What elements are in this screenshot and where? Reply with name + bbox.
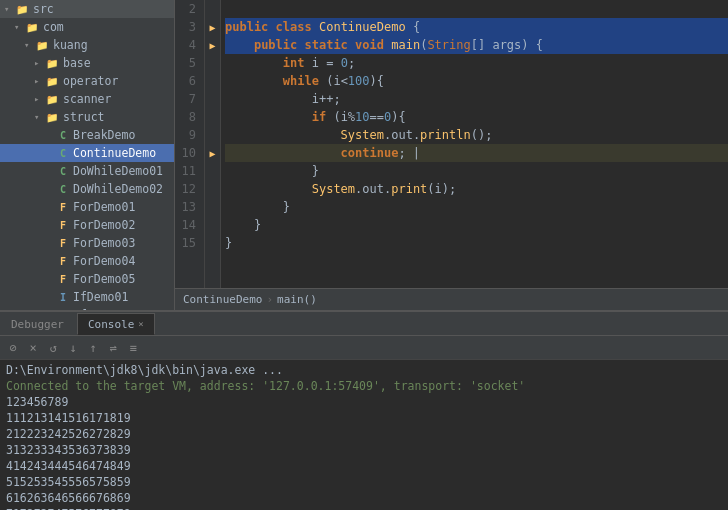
line-num-11: 11 [179, 162, 196, 180]
folder-icon-scanner: 📁 [46, 94, 60, 105]
bottom-tab-bar: Debugger Console × [0, 312, 728, 336]
line-num-14: 14 [179, 216, 196, 234]
sidebar-item-struct[interactable]: 📁struct [0, 108, 174, 126]
sidebar-label-ForDemo02: ForDemo02 [73, 218, 135, 232]
sidebar-label-kuang: kuang [53, 38, 88, 52]
sidebar-label-src: src [33, 2, 54, 16]
code-line-4: public static void main(String[] args) { [225, 36, 728, 54]
sidebar-label-ForDemo05: ForDemo05 [73, 272, 135, 286]
sidebar-item-src[interactable]: 📁src [0, 0, 174, 18]
class-icon-ContinueDemo: C [56, 148, 70, 159]
toolbar-clear-btn[interactable]: ⊘ [4, 339, 22, 357]
folder-arrow-kuang [24, 40, 36, 50]
folder-arrow-scanner [34, 94, 46, 104]
debug-arrow-10: ▶ [205, 144, 220, 162]
toolbar-rerun-btn[interactable]: ↺ [44, 339, 62, 357]
main-layout: 📁src📁com📁kuang📁base📁operator📁scanner📁str… [0, 0, 728, 310]
sidebar-label-DoWhileDemo02: DoWhileDemo02 [73, 182, 163, 196]
line-num-8: 8 [179, 108, 196, 126]
folder-arrow-operator [34, 76, 46, 86]
editor-area: 23456789101112131415 ▶▶▶ public class Co… [175, 0, 728, 310]
toolbar-settings-btn[interactable]: ≡ [124, 339, 142, 357]
breadcrumb-file: ContinueDemo [183, 293, 262, 306]
debugger-tab-label: Debugger [11, 318, 64, 331]
class-icon-ForDemo05: F [56, 274, 70, 285]
sidebar-item-scanner[interactable]: 📁scanner [0, 90, 174, 108]
line-num-10: 10 [179, 144, 196, 162]
tab-console[interactable]: Console × [77, 313, 155, 335]
sidebar-item-ForDemo01[interactable]: FForDemo01 [0, 198, 174, 216]
folder-arrow-base [34, 58, 46, 68]
class-icon-BreakDemo: C [56, 130, 70, 141]
line-num-15: 15 [179, 234, 196, 252]
debug-arrow-15 [205, 234, 220, 252]
line-num-7: 7 [179, 90, 196, 108]
sidebar-label-ForDemo03: ForDemo03 [73, 236, 135, 250]
bottom-panel: Debugger Console × ⊘ × ↺ ↓ ↑ ⇌ ≡ D:\Envi… [0, 310, 728, 510]
sidebar-label-BreakDemo: BreakDemo [73, 128, 135, 142]
console-line: 515253545556575859 [6, 474, 722, 490]
sidebar-item-DoWhileDemo01[interactable]: CDoWhileDemo01 [0, 162, 174, 180]
class-icon-IfDemo01: I [56, 292, 70, 303]
line-num-9: 9 [179, 126, 196, 144]
console-line: 313233343536373839 [6, 442, 722, 458]
tab-debugger[interactable]: Debugger [0, 313, 75, 335]
sidebar-label-com: com [43, 20, 64, 34]
debug-arrow-7 [205, 90, 220, 108]
sidebar-item-base[interactable]: 📁base [0, 54, 174, 72]
folder-icon-operator: 📁 [46, 76, 60, 87]
folder-icon-com: 📁 [26, 22, 40, 33]
line-num-13: 13 [179, 198, 196, 216]
toolbar-scroll-end-btn[interactable]: ↓ [64, 339, 82, 357]
sidebar-item-com[interactable]: 📁com [0, 18, 174, 36]
code-content[interactable]: public class ContinueDemo { public stati… [221, 0, 728, 288]
debug-arrow-5 [205, 54, 220, 72]
console-line: 616263646566676869 [6, 490, 722, 506]
sidebar-item-ContinueDemo[interactable]: CContinueDemo [0, 144, 174, 162]
folder-icon-base: 📁 [46, 58, 60, 69]
debug-arrow-11 [205, 162, 220, 180]
file-tree: 📁src📁com📁kuang📁base📁operator📁scanner📁str… [0, 0, 175, 310]
toolbar-stop-btn[interactable]: × [24, 339, 42, 357]
toolbar-scroll-start-btn[interactable]: ↑ [84, 339, 102, 357]
console-toolbar: ⊘ × ↺ ↓ ↑ ⇌ ≡ [0, 336, 728, 360]
console-line: D:\Environment\jdk8\jdk\bin\java.exe ... [6, 362, 722, 378]
sidebar-item-BreakDemo[interactable]: CBreakDemo [0, 126, 174, 144]
code-line-14: } [225, 216, 728, 234]
debug-arrow-13 [205, 198, 220, 216]
code-line-5: int i = 0; [225, 54, 728, 72]
sidebar-item-operator[interactable]: 📁operator [0, 72, 174, 90]
code-line-15: } [225, 234, 728, 252]
debug-arrow-8 [205, 108, 220, 126]
line-num-6: 6 [179, 72, 196, 90]
line-num-5: 5 [179, 54, 196, 72]
class-icon-ForDemo03: F [56, 238, 70, 249]
sidebar-label-operator: operator [63, 74, 118, 88]
sidebar-item-DoWhileDemo02[interactable]: CDoWhileDemo02 [0, 180, 174, 198]
sidebar-item-ForDemo03[interactable]: FForDemo03 [0, 234, 174, 252]
line-num-12: 12 [179, 180, 196, 198]
folder-icon-src: 📁 [16, 4, 30, 15]
class-icon-ForDemo04: F [56, 256, 70, 267]
sidebar-item-ForDemo02[interactable]: FForDemo02 [0, 216, 174, 234]
sidebar-label-DoWhileDemo01: DoWhileDemo01 [73, 164, 163, 178]
console-line: Connected to the target VM, address: '12… [6, 378, 722, 394]
class-icon-DoWhileDemo01: C [56, 166, 70, 177]
console-tab-close[interactable]: × [138, 319, 143, 329]
console-output: D:\Environment\jdk8\jdk\bin\java.exe ...… [0, 360, 728, 510]
sidebar-item-kuang[interactable]: 📁kuang [0, 36, 174, 54]
breadcrumb-separator: › [266, 293, 273, 306]
debug-arrow-9 [205, 126, 220, 144]
debug-arrow-column: ▶▶▶ [205, 0, 221, 288]
sidebar-item-ForDemo05[interactable]: FForDemo05 [0, 270, 174, 288]
console-line: 123456789 [6, 394, 722, 410]
code-line-8: if (i%10==0){ [225, 108, 728, 126]
console-line: 717273747576777879 [6, 506, 722, 510]
sidebar-item-IfDemo01[interactable]: IIfDemo01 [0, 288, 174, 306]
toolbar-toggle-btn[interactable]: ⇌ [104, 339, 122, 357]
folder-arrow-src [4, 4, 16, 14]
folder-arrow-struct [34, 112, 46, 122]
sidebar-label-ContinueDemo: ContinueDemo [73, 146, 156, 160]
folder-icon-struct: 📁 [46, 112, 60, 123]
sidebar-item-ForDemo04[interactable]: FForDemo04 [0, 252, 174, 270]
